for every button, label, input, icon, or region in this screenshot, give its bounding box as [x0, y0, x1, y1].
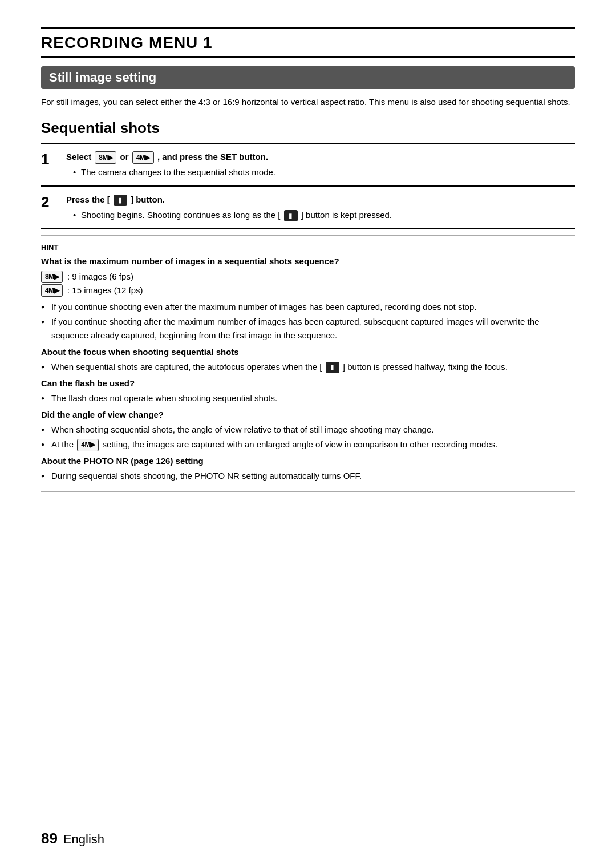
fps-text-1: : 9 images (6 fps): [67, 272, 133, 281]
step-1-title-pre: Select: [66, 152, 94, 162]
camera-icon-step2: ▮: [114, 195, 127, 206]
recording-menu-title: RECORDING MENU 1: [41, 27, 575, 58]
step-1-body: The camera changes to the sequential sho…: [73, 166, 575, 179]
hint-box: HINT What is the maximum number of image…: [41, 235, 575, 492]
step-2-title-post: ] button.: [131, 195, 165, 204]
step-1-content: Select 8M▶ or 4M▶ , and press the SET bu…: [66, 151, 575, 179]
fps-icon-2: 4M▶: [41, 284, 63, 297]
step-1-icon1: 8M▶: [95, 151, 116, 164]
sub-title-angle: Did the angle of view change?: [41, 410, 575, 419]
step-2-number: 2: [41, 193, 58, 211]
step-2-content: Press the [ ▮ ] button. Shooting begins.…: [66, 193, 575, 221]
hint-bullets: If you continue shooting even after the …: [41, 300, 575, 342]
footer: 89 English: [41, 830, 104, 847]
step-2-bullet: Shooting begins. Shooting continues as l…: [73, 209, 575, 222]
step-1: 1 Select 8M▶ or 4M▶ , and press the SET …: [41, 144, 575, 187]
fps-row-1: 8M▶ : 9 images (6 fps): [41, 271, 575, 283]
step-1-icon2: 4M▶: [132, 151, 154, 164]
fps-row-2: 4M▶ : 15 images (12 fps): [41, 284, 575, 297]
angle-bullet-2: At the 4M▶ setting, the images are captu…: [41, 438, 575, 451]
step-2: 2 Press the [ ▮ ] button. Shooting begin…: [41, 187, 575, 229]
step-1-number: 1: [41, 151, 58, 168]
step-1-title: Select 8M▶ or 4M▶ , and press the SET bu…: [66, 151, 575, 164]
intro-text: For still images, you can select either …: [41, 96, 575, 109]
footer-language: English: [63, 832, 104, 847]
sub-title-flash: Can the flash be used?: [41, 378, 575, 388]
step-2-title-pre: Press the [: [66, 195, 110, 204]
angle-bullet-1: When shooting sequential shots, the angl…: [41, 423, 575, 437]
flash-bullet-1: The flash does not operate when shooting…: [41, 391, 575, 405]
step-1-title-post: , and press the SET button.: [157, 152, 268, 162]
fps-icon-1: 8M▶: [41, 271, 63, 283]
camera-icon-hint: ▮: [326, 362, 339, 373]
focus-bullet-1: When sequential shots are captured, the …: [41, 360, 575, 374]
hint-bullet-2: If you continue shooting after the maxim…: [41, 315, 575, 342]
section-header: Still image setting: [41, 66, 575, 89]
hint-question: What is the maximum number of images in …: [41, 255, 575, 268]
sequential-shots-title: Sequential shots: [41, 119, 575, 137]
angle-bullets: When shooting sequential shots, the angl…: [41, 423, 575, 451]
flash-bullets: The flash does not operate when shooting…: [41, 391, 575, 405]
focus-bullets: When sequential shots are captured, the …: [41, 360, 575, 374]
step-1-title-mid: or: [120, 152, 131, 162]
step-1-bullet: The camera changes to the sequential sho…: [73, 166, 575, 179]
photonr-bullet-1: During sequential shots shooting, the PH…: [41, 469, 575, 483]
step-2-body: Shooting begins. Shooting continues as l…: [73, 209, 575, 222]
camera-icon-step2b: ▮: [284, 210, 298, 221]
sub-title-focus: About the focus when shooting sequential…: [41, 347, 575, 357]
photonr-bullets: During sequential shots shooting, the PH…: [41, 469, 575, 483]
sub-title-photonr: About the PHOTO NR (page 126) setting: [41, 456, 575, 466]
fps-text-2: : 15 images (12 fps): [67, 285, 143, 295]
step-2-title: Press the [ ▮ ] button.: [66, 193, 575, 207]
steps-container: 1 Select 8M▶ or 4M▶ , and press the SET …: [41, 143, 575, 230]
angle-seq-icon: 4M▶: [77, 439, 99, 451]
page-number: 89: [41, 830, 58, 847]
page: RECORDING MENU 1 Still image setting For…: [0, 0, 616, 868]
hint-label: HINT: [41, 243, 575, 252]
hint-bullet-1: If you continue shooting even after the …: [41, 300, 575, 314]
